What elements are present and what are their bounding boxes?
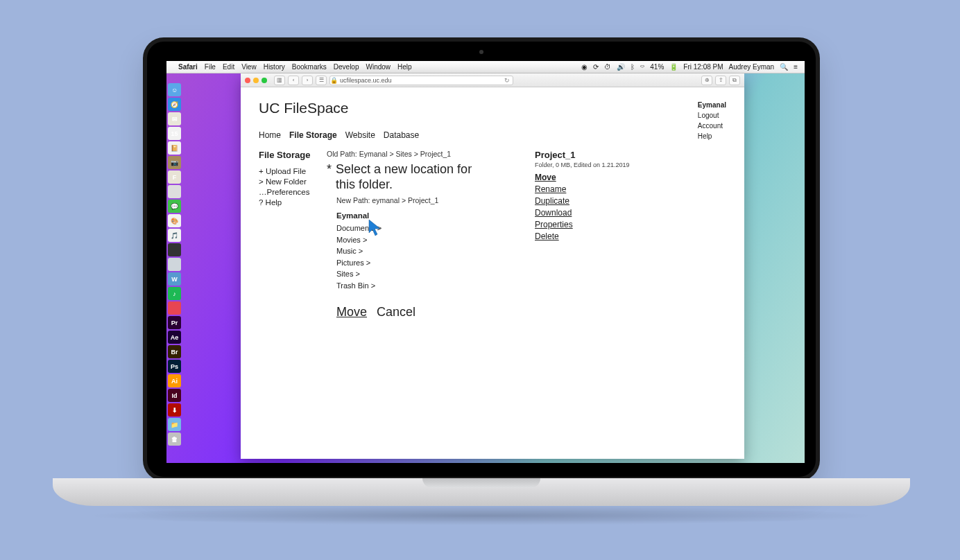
spotlight-icon[interactable]: 🔍: [780, 63, 788, 71]
dir-trash[interactable]: Trash Bin >: [336, 280, 535, 292]
dock-app-icon[interactable]: Id: [168, 389, 181, 402]
battery-percent[interactable]: 41%: [650, 63, 664, 71]
camera-dot: [479, 50, 483, 54]
tab-file-storage[interactable]: File Storage: [289, 130, 337, 140]
laptop-frame: Safari File Edit View History Bookmarks …: [143, 37, 820, 481]
move-button[interactable]: Move: [336, 305, 367, 320]
menubar-view[interactable]: View: [241, 63, 257, 71]
help-link[interactable]: ? Help: [259, 198, 327, 207]
dock-app-icon[interactable]: 🧭: [168, 98, 181, 111]
wifi-icon[interactable]: ⌔: [640, 63, 644, 71]
folder-browser: Eymanal Documents > Movies > Music > Pic…: [336, 211, 535, 291]
dock-app-icon[interactable]: 🎨: [168, 214, 181, 227]
op-properties[interactable]: Properties: [535, 220, 660, 229]
dir-movies[interactable]: Movies >: [336, 234, 535, 246]
tab-database[interactable]: Database: [384, 130, 419, 140]
page-content: UC FileSpace Eymanal Logout Account Help…: [241, 87, 744, 459]
zoom-window-button[interactable]: [262, 78, 267, 83]
dir-music[interactable]: Music >: [336, 245, 535, 257]
dock-app-icon[interactable]: ✉: [168, 112, 181, 125]
laptop-base: [53, 478, 910, 506]
dock-app-icon[interactable]: 📔: [168, 141, 181, 155]
old-path: Old Path: Eymanal > Sites > Project_1: [327, 150, 535, 158]
share-button[interactable]: ⇪: [715, 76, 726, 85]
tab-website[interactable]: Website: [345, 130, 375, 140]
menubar-file[interactable]: File: [205, 63, 216, 71]
dock-app-icon[interactable]: Ae: [168, 331, 181, 344]
close-window-button[interactable]: [245, 78, 250, 83]
user-name[interactable]: Audrey Eyman: [729, 63, 775, 71]
back-button[interactable]: ‹: [288, 76, 299, 85]
desktop-screen: Safari File Edit View History Bookmarks …: [166, 61, 805, 463]
menubar-edit[interactable]: Edit: [223, 63, 234, 71]
battery-icon[interactable]: 🔋: [669, 63, 678, 71]
dock-app-icon[interactable]: ♪: [168, 287, 181, 300]
dir-pictures[interactable]: Pictures >: [336, 257, 535, 269]
dock-app-icon[interactable]: 📷: [168, 156, 181, 169]
status-icon[interactable]: ⏱: [604, 63, 611, 71]
dock-app-icon[interactable]: [168, 258, 181, 271]
reload-icon[interactable]: ↻: [504, 77, 513, 84]
dock-app-icon[interactable]: [168, 185, 181, 198]
menubar-develop[interactable]: Develop: [334, 63, 359, 71]
dock-app-icon[interactable]: 🎵: [168, 229, 181, 242]
bluetooth-icon[interactable]: ᛒ: [631, 63, 635, 71]
dock-app-icon[interactable]: Ps: [168, 360, 181, 373]
cancel-button[interactable]: Cancel: [377, 305, 415, 320]
op-duplicate[interactable]: Duplicate: [535, 196, 660, 206]
forward-button[interactable]: ›: [302, 76, 313, 85]
dir-sites[interactable]: Sites >: [336, 268, 535, 280]
dock-app-icon[interactable]: ☺: [168, 83, 181, 96]
dock-app-icon[interactable]: 15: [168, 127, 181, 140]
address-bar[interactable]: 🔒 ucfilespace.uc.edu ↻: [329, 76, 513, 85]
dock: ☺🧭✉15📔📷F💬🎨🎵W♪PrAeBrPsAiId⬇📁🗑: [168, 83, 183, 446]
status-icon[interactable]: ◉: [581, 63, 588, 71]
root-folder[interactable]: Eymanal: [336, 211, 535, 220]
url-host: ucfilespace.uc.edu: [340, 77, 392, 84]
dock-app-icon[interactable]: 💬: [168, 200, 181, 213]
menubar-help[interactable]: Help: [397, 63, 412, 71]
dir-documents[interactable]: Documents >: [336, 222, 535, 234]
details-panel: Project_1 Folder, 0 MB, Edited on 1.21.2…: [535, 150, 660, 243]
sidebar-button[interactable]: ▥: [274, 76, 285, 85]
menubar-window[interactable]: Window: [366, 63, 391, 71]
dock-app-icon[interactable]: Pr: [168, 316, 181, 329]
prompt-text: Select a new location for this folder.: [336, 162, 474, 192]
new-path: New Path: eymanal > Project_1: [336, 196, 535, 204]
op-rename[interactable]: Rename: [535, 184, 660, 194]
tabs-button[interactable]: ⧉: [729, 76, 740, 85]
op-download[interactable]: Download: [535, 208, 660, 218]
dock-app-icon[interactable]: [168, 301, 181, 315]
item-title: Project_1: [535, 150, 660, 160]
op-delete[interactable]: Delete: [535, 231, 660, 241]
menubar-history[interactable]: History: [264, 63, 285, 71]
dock-app-icon[interactable]: F: [168, 170, 181, 184]
account-link[interactable]: Account: [698, 121, 726, 131]
dock-app-icon[interactable]: W: [168, 272, 181, 286]
user-menu: Eymanal Logout Account Help: [698, 100, 726, 141]
logout-link[interactable]: Logout: [698, 110, 726, 121]
upload-file-link[interactable]: + Upload File: [259, 167, 327, 175]
bookmarks-button[interactable]: ☰: [316, 76, 327, 85]
dock-app-icon[interactable]: [168, 243, 181, 256]
preferences-link[interactable]: …Preferences: [259, 188, 327, 196]
menubar-app[interactable]: Safari: [178, 63, 198, 71]
menu-icon[interactable]: ≡: [794, 63, 798, 71]
dock-app-icon[interactable]: 📁: [168, 418, 181, 431]
status-icon[interactable]: ⟳: [593, 63, 599, 71]
help-link[interactable]: Help: [698, 131, 726, 141]
reader-button[interactable]: ⊕: [701, 76, 712, 85]
clock[interactable]: Fri 12:08 PM: [683, 63, 723, 71]
sidebar: File Storage + Upload File > New Folder …: [259, 150, 327, 209]
op-move[interactable]: Move: [535, 173, 660, 182]
tab-home[interactable]: Home: [259, 130, 281, 140]
menubar-bookmarks[interactable]: Bookmarks: [292, 63, 327, 71]
dock-app-icon[interactable]: ⬇: [168, 403, 181, 417]
dock-app-icon[interactable]: 🗑: [168, 432, 181, 446]
minimize-window-button[interactable]: [253, 78, 259, 83]
dock-app-icon[interactable]: Br: [168, 345, 181, 358]
new-folder-link[interactable]: > New Folder: [259, 177, 327, 186]
move-panel: Old Path: Eymanal > Sites > Project_1 * …: [327, 150, 535, 320]
dock-app-icon[interactable]: Ai: [168, 374, 181, 387]
volume-icon[interactable]: 🔊: [617, 63, 625, 71]
